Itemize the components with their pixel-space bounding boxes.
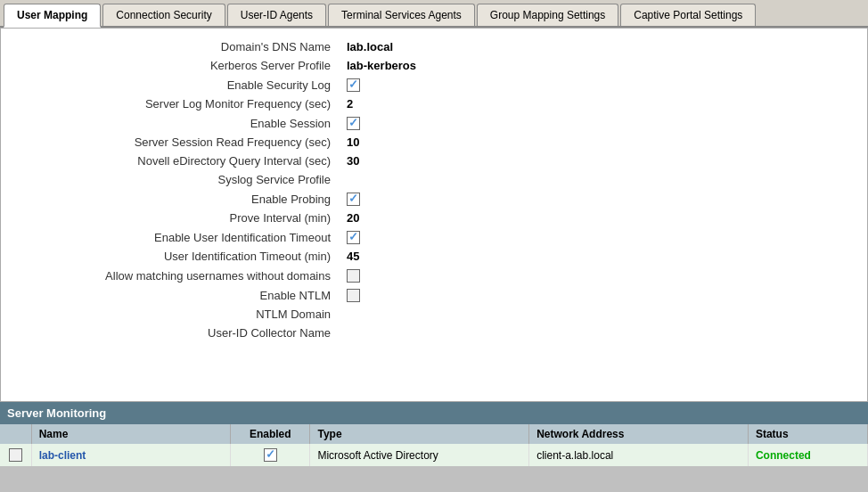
setting-value	[340, 266, 867, 285]
setting-label: Syslog Service Profile	[1, 170, 340, 189]
tab-group-mapping-settings[interactable]: Group Mapping Settings	[477, 4, 618, 26]
setting-value	[340, 113, 867, 133]
row-checkbox[interactable]	[0, 444, 31, 466]
setting-row: Domain's DNS Namelab.local	[1, 37, 867, 56]
setting-row: Enable User Identification Timeout	[1, 227, 867, 247]
col-header-status: Status	[748, 424, 867, 444]
setting-row: Server Log Monitor Frequency (sec)2	[1, 94, 867, 113]
monitoring-row: lab-clientMicrosoft Active Directoryclie…	[0, 444, 868, 466]
setting-row: Prove Interval (min)20	[1, 209, 867, 227]
setting-label: Kerberos Server Profile	[1, 56, 340, 75]
checkbox-unchecked-icon	[347, 269, 360, 283]
row-status: Connected	[748, 444, 867, 466]
monitoring-table: Name Enabled Type Network Address Status…	[0, 424, 868, 466]
setting-row: Allow matching usernames without domains	[1, 266, 867, 285]
tab-user-mapping[interactable]: User Mapping	[4, 4, 101, 28]
setting-label: Enable Session	[1, 113, 340, 133]
checkbox-unchecked-icon	[347, 289, 360, 302]
setting-value: 2	[340, 94, 867, 113]
setting-label: NTLM Domain	[1, 305, 340, 324]
setting-label: User Identification Timeout (min)	[1, 247, 340, 266]
setting-value: lab.local	[340, 37, 867, 56]
setting-value: lab-kerberos	[340, 56, 867, 75]
setting-value	[340, 285, 867, 305]
server-monitoring-header: Server Monitoring	[0, 402, 868, 424]
row-name[interactable]: lab-client	[31, 444, 230, 466]
setting-value: 30	[340, 152, 867, 170]
setting-row: Enable Security Log	[1, 75, 867, 94]
setting-label: Enable NTLM	[1, 285, 340, 305]
enabled-checkbox-icon	[264, 448, 277, 462]
setting-row: User Identification Timeout (min)45	[1, 247, 867, 266]
col-header-enabled: Enabled	[231, 424, 310, 444]
setting-row: Syslog Service Profile	[1, 170, 867, 189]
setting-row: Enable Session	[1, 113, 867, 133]
setting-row: User-ID Collector Name	[1, 324, 867, 342]
setting-label: Prove Interval (min)	[1, 209, 340, 227]
checkbox-checked-icon	[347, 78, 360, 92]
row-type: Microsoft Active Directory	[310, 444, 529, 466]
setting-row: Novell eDirectory Query Interval (sec)30	[1, 152, 867, 170]
setting-row: NTLM Domain	[1, 305, 867, 324]
setting-row: Kerberos Server Profilelab-kerberos	[1, 56, 867, 75]
checkbox-checked-icon	[347, 117, 360, 130]
tab-terminal-services-agents[interactable]: Terminal Services Agents	[328, 4, 475, 26]
setting-label: Enable Probing	[1, 189, 340, 209]
col-header-name: Name	[31, 424, 230, 444]
main-content: Domain's DNS Namelab.localKerberos Serve…	[0, 28, 868, 402]
setting-label: User-ID Collector Name	[1, 324, 340, 342]
setting-label: Server Session Read Frequency (sec)	[1, 133, 340, 152]
setting-value: 10	[340, 133, 867, 152]
tab-captive-portal-settings[interactable]: Captive Portal Settings	[620, 4, 756, 26]
checkbox-checked-icon	[347, 193, 360, 206]
col-header-checkbox	[0, 424, 31, 444]
tab-connection-security[interactable]: Connection Security	[102, 4, 225, 26]
col-header-network: Network Address	[529, 424, 749, 444]
setting-label: Novell eDirectory Query Interval (sec)	[1, 152, 340, 170]
setting-label: Allow matching usernames without domains	[1, 266, 340, 285]
setting-label: Enable Security Log	[1, 75, 340, 94]
setting-label: Server Log Monitor Frequency (sec)	[1, 94, 340, 113]
setting-value	[340, 189, 867, 209]
setting-value: 45	[340, 247, 867, 266]
setting-row: Enable Probing	[1, 189, 867, 209]
setting-value	[340, 170, 867, 189]
row-network-address: client-a.lab.local	[529, 444, 749, 466]
setting-value	[340, 227, 867, 247]
row-enabled	[231, 444, 310, 466]
setting-value	[340, 75, 867, 94]
tab-user-id-agents[interactable]: User-ID Agents	[227, 4, 326, 26]
tab-bar: User MappingConnection SecurityUser-ID A…	[0, 0, 868, 28]
col-header-type: Type	[310, 424, 529, 444]
setting-label: Enable User Identification Timeout	[1, 227, 340, 247]
setting-row: Server Session Read Frequency (sec)10	[1, 133, 867, 152]
setting-value: 20	[340, 209, 867, 227]
settings-table: Domain's DNS Namelab.localKerberos Serve…	[1, 37, 867, 342]
setting-value	[340, 324, 867, 342]
server-monitoring-section: Server Monitoring Name Enabled Type Netw…	[0, 402, 868, 466]
setting-row: Enable NTLM	[1, 285, 867, 305]
setting-value	[340, 305, 867, 324]
checkbox-checked-icon	[347, 231, 360, 244]
setting-label: Domain's DNS Name	[1, 37, 340, 56]
